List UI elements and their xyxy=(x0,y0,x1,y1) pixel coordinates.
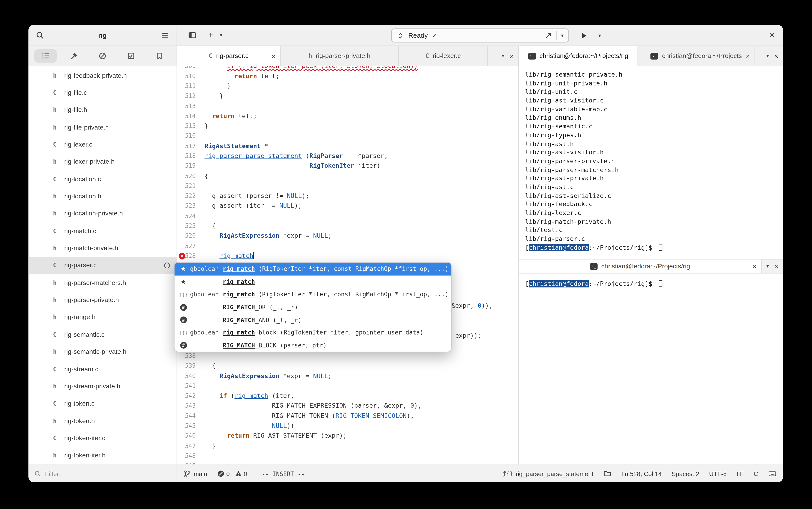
code-line[interactable]: NULL)) xyxy=(205,421,518,431)
line-number[interactable]: 543 xyxy=(177,401,200,411)
code-line[interactable] xyxy=(205,461,518,465)
code-line[interactable] xyxy=(205,181,518,191)
line-number[interactable]: 526 xyxy=(177,231,200,241)
code-line[interactable]: rig_parser_parse_statement (RigParser *p… xyxy=(205,151,518,161)
code-line[interactable]: } xyxy=(205,81,518,91)
file-item[interactable]: hrig-file.h xyxy=(28,101,177,118)
line-number[interactable]: 521 xyxy=(177,181,200,191)
close-tab-icon[interactable]: × xyxy=(746,52,750,60)
code-line[interactable] xyxy=(205,131,518,141)
line-number[interactable]: 517 xyxy=(177,141,200,151)
code-line[interactable]: } xyxy=(205,121,518,131)
code-line[interactable]: return left; xyxy=(205,71,518,81)
build-profile-selector[interactable]: Ready ✓ ▾ xyxy=(391,28,569,42)
terminal-output[interactable]: lib/rig-semantic-private.hlib/rig-unit-p… xyxy=(519,66,783,259)
tab-list-chevron-icon[interactable]: ▾ xyxy=(766,54,769,59)
code-line[interactable]: RigTokenIter *iter) xyxy=(205,161,518,171)
code-line[interactable]: RigAstStatement * xyxy=(205,141,518,151)
file-item[interactable]: hrig-range.h xyxy=(28,309,177,326)
indentation-setting[interactable]: Spaces: 2 xyxy=(672,470,699,477)
encoding-setting[interactable]: UTF-8 xyxy=(709,470,727,477)
file-item[interactable]: hrig-stream-private.h xyxy=(28,378,177,395)
completion-item[interactable]: ★gbooleanrig_match (RigTokenIter *iter, … xyxy=(175,263,451,275)
file-item[interactable]: Crig-parser.c xyxy=(28,257,177,274)
line-number[interactable]: 544 xyxy=(177,411,200,421)
file-item[interactable]: hrig-location.h xyxy=(28,188,177,205)
search-button[interactable] xyxy=(33,28,46,42)
close-frame-icon[interactable]: × xyxy=(774,52,778,60)
line-number[interactable]: 519 xyxy=(177,161,200,171)
code-line[interactable] xyxy=(205,101,518,111)
file-item[interactable]: hrig-file-private.h xyxy=(28,118,177,136)
new-tab-button[interactable]: + xyxy=(204,28,217,42)
language-setting[interactable]: C xyxy=(753,470,758,477)
line-number[interactable]: 515 xyxy=(177,121,200,131)
code-line[interactable]: { xyxy=(205,171,518,181)
line-number[interactable]: 547 xyxy=(177,441,200,451)
completion-item[interactable]: #RIG_MATCH_AND (_l, _r) xyxy=(175,314,451,326)
line-number[interactable]: 518 xyxy=(177,151,200,161)
code-line[interactable]: } xyxy=(205,91,518,101)
line-number[interactable]: 524 xyxy=(177,211,200,221)
line-number[interactable]: 549 xyxy=(177,461,200,465)
keyboard-icon[interactable] xyxy=(768,470,777,477)
file-item[interactable]: Crig-lexer.c xyxy=(28,136,177,153)
window-close-button[interactable]: × xyxy=(766,28,779,42)
line-number[interactable]: 523 xyxy=(177,201,200,211)
file-item[interactable]: hrig-lexer-private.h xyxy=(28,153,177,170)
code-line[interactable] xyxy=(205,381,518,391)
line-number[interactable]: 541 xyxy=(177,381,200,391)
close-tab-icon[interactable]: × xyxy=(272,52,275,60)
cursor-position[interactable]: Ln 528, Col 14 xyxy=(622,470,662,477)
file-item[interactable]: Crig-match.c xyxy=(28,222,177,239)
line-number[interactable]: 546 xyxy=(177,431,200,441)
line-number[interactable]: 522 xyxy=(177,191,200,201)
code-line[interactable]: rig_match xyxy=(205,251,518,261)
line-number[interactable]: 539 xyxy=(177,361,200,371)
terminal-tab[interactable]: ›_christian@fedora:~/Projects/rig xyxy=(519,46,638,66)
file-item[interactable]: hrig-location-private.h xyxy=(28,205,177,222)
file-item[interactable]: hrig-parser-private.h xyxy=(28,291,177,309)
profile-menu-chevron-icon[interactable]: ▾ xyxy=(561,33,564,38)
line-number[interactable]: 513 xyxy=(177,101,200,111)
close-tab-icon[interactable]: × xyxy=(752,262,756,270)
code-line[interactable]: g_assert (parser != NULL); xyxy=(205,191,518,201)
code-line[interactable] xyxy=(205,241,518,251)
terminal-tab[interactable]: ›_christian@fedora:~/Projects× xyxy=(638,46,755,66)
tab-list-chevron-icon[interactable]: ▾ xyxy=(766,264,769,269)
file-item[interactable]: hrig-semantic-private.h xyxy=(28,343,177,361)
code-line[interactable]: if (!rig_token_iter_peek (iter, &token, … xyxy=(205,66,518,71)
panel-button-bookmarks[interactable] xyxy=(148,49,171,63)
file-item[interactable]: hrig-match-private.h xyxy=(28,239,177,257)
line-number[interactable]: 510 xyxy=(177,71,200,81)
line-ending-setting[interactable]: LF xyxy=(737,470,744,477)
completion-item[interactable]: #RIG_MATCH_BLOCK (parser, ptr) xyxy=(175,339,451,352)
code-line[interactable]: { xyxy=(205,361,518,371)
run-menu-button[interactable]: ▾ xyxy=(595,29,604,42)
file-item[interactable]: Crig-location.c xyxy=(28,170,177,188)
line-number[interactable]: 516 xyxy=(177,131,200,141)
code-line[interactable]: } xyxy=(205,441,518,451)
file-item[interactable]: hrig-feedback-private.h xyxy=(28,67,177,84)
filter-input[interactable]: Filter… xyxy=(28,465,177,482)
file-item[interactable]: Crig-token.c xyxy=(28,395,177,412)
toggle-panel-button[interactable] xyxy=(185,28,199,42)
editor-tab[interactable]: Crig-parser.c× xyxy=(177,46,281,66)
diagnostics-summary[interactable]: 0 0 xyxy=(217,470,250,477)
terminal2-tab[interactable]: ›_christian@fedora:~/Projects/rig× xyxy=(519,260,762,273)
completion-item[interactable]: ★rig_match xyxy=(175,275,451,288)
completion-item[interactable]: ƒ{}gbooleanrig_match_block (RigTokenIter… xyxy=(175,326,451,339)
new-tab-menu-button[interactable]: ▾ xyxy=(216,28,226,42)
code-line[interactable]: { xyxy=(205,221,518,231)
line-number[interactable]: 525 xyxy=(177,221,200,231)
line-number[interactable]: 542 xyxy=(177,391,200,401)
line-number[interactable]: ×528 xyxy=(177,251,200,261)
code-line[interactable]: RigAstExpression *expr = NULL; xyxy=(205,371,518,381)
file-item[interactable]: Crig-file.c xyxy=(28,84,177,101)
completion-item[interactable]: #RIG_MATCH_OR (_l, _r) xyxy=(175,301,451,314)
panel-button-outline[interactable] xyxy=(34,49,57,63)
current-symbol-button[interactable]: ƒ{} rig_parser_parse_statement xyxy=(503,470,594,477)
line-number[interactable]: 527 xyxy=(177,241,200,251)
code-line[interactable]: RIG_MATCH_EXPRESSION (parser, &expr, 0), xyxy=(205,401,518,411)
code-line[interactable] xyxy=(205,351,518,361)
